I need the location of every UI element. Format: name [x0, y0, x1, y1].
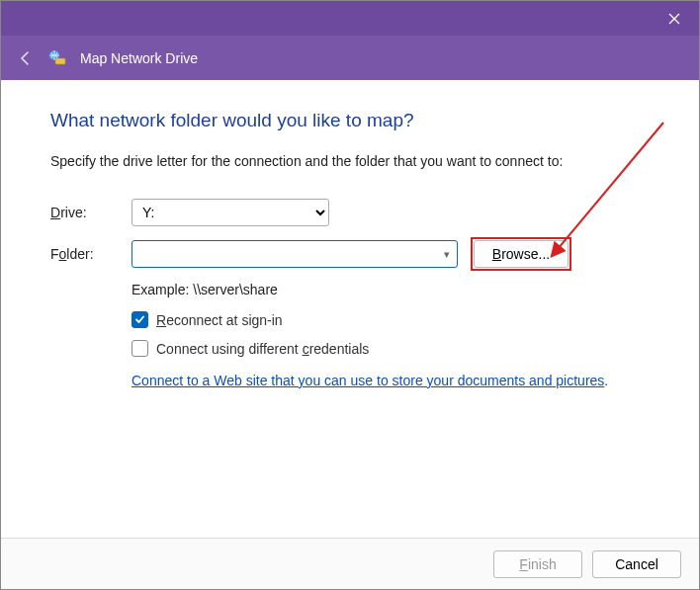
subheader: Map Network Drive	[1, 36, 699, 80]
network-drive-icon	[48, 49, 66, 67]
reconnect-row[interactable]: Reconnect at sign-in	[131, 311, 650, 328]
finish-button[interactable]: Finish	[493, 550, 582, 578]
drive-label: Drive:	[50, 205, 131, 220]
instruction-text: Specify the drive letter for the connect…	[50, 153, 650, 169]
drive-row: Drive: Y:	[50, 199, 650, 226]
page-heading: What network folder would you like to ma…	[50, 110, 650, 131]
cancel-button[interactable]: Cancel	[592, 550, 681, 578]
reconnect-label: Reconnect at sign-in	[156, 312, 283, 328]
svg-rect-1	[55, 58, 65, 64]
folder-input[interactable]	[131, 240, 458, 268]
folder-label: Folder:	[50, 246, 131, 262]
wizard-window: Map Network Drive What network folder wo…	[0, 0, 700, 590]
folder-row: Folder: ▾ Browse...	[50, 240, 650, 268]
browse-button[interactable]: Browse...	[474, 240, 569, 268]
credentials-label: Connect using different credentials	[156, 341, 369, 357]
close-icon[interactable]	[667, 12, 681, 26]
credentials-checkbox[interactable]	[131, 340, 148, 357]
titlebar	[1, 1, 699, 36]
reconnect-checkbox[interactable]	[131, 311, 148, 328]
drive-select[interactable]: Y:	[131, 199, 329, 226]
website-link-row: Connect to a Web site that you can use t…	[131, 373, 650, 388]
example-text: Example: \\server\share	[131, 282, 650, 297]
back-arrow-icon[interactable]	[17, 49, 35, 67]
credentials-row[interactable]: Connect using different credentials	[131, 340, 650, 357]
wizard-title: Map Network Drive	[80, 50, 198, 66]
svg-line-2	[553, 123, 663, 255]
website-link[interactable]: Connect to a Web site that you can use t…	[131, 373, 604, 388]
content-area: What network folder would you like to ma…	[1, 80, 699, 538]
footer: Finish Cancel	[1, 538, 699, 589]
